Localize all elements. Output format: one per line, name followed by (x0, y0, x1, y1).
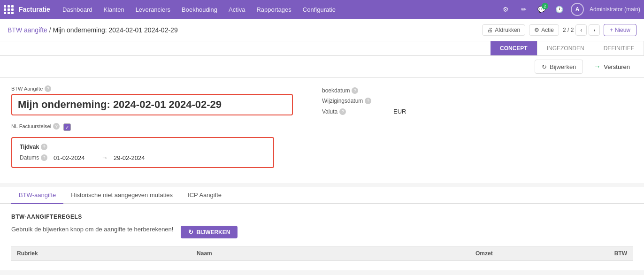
btw-table: Rubriek Naam Omzet BTW (11, 246, 633, 261)
nl-factuurstelsel-row: NL Factuurstelsel ? ✓ (11, 123, 322, 131)
nav-item-klanten[interactable]: Klanten (99, 0, 129, 19)
status-tab-ingezonden[interactable]: INGEZONDEN (537, 41, 594, 55)
datums-label: Datums ? (20, 154, 48, 161)
app-name[interactable]: Facturatie (19, 6, 50, 13)
col-rubriek: Rubriek (11, 246, 191, 261)
refresh-icon: ↻ (542, 63, 547, 70)
nl-factuurstelsel-label: NL Factuurstelsel ? (11, 123, 60, 130)
form-container: BTW Aangifte ? Mijn onderneming: 2024-02… (0, 78, 644, 183)
versturen-button[interactable]: → Versturen (587, 60, 636, 74)
tab-btw-aangifte[interactable]: BTW-aangifte (11, 187, 63, 204)
valuta-value[interactable]: EUR (393, 108, 406, 115)
date-end[interactable]: 29-02-2024 (114, 154, 156, 161)
wijzigingsdatum-row: Wijzigingsdatum ? (322, 98, 633, 104)
date-range-arrow-icon: → (101, 154, 108, 161)
tijdvak-box: Tijdvak ? Datums ? 01-02-2024 → 29-02-20… (11, 137, 274, 168)
status-tab-definitief[interactable]: DEFINITIEF (594, 41, 644, 55)
tab-historische[interactable]: Historische niet aangegeven mutaties (63, 187, 180, 204)
nl-factuurstelsel-checkbox[interactable]: ✓ (63, 123, 71, 131)
section-title: BTW-AANGIFTEREGELS (11, 214, 633, 220)
date-start[interactable]: 01-02-2024 (54, 154, 96, 161)
breadcrumb: BTW aangifte / Mijn onderneming: 2024-02… (8, 26, 178, 34)
gear-icon: ⚙ (534, 27, 539, 33)
valuta-help-icon[interactable]: ? (339, 108, 346, 115)
admin-label: Administrator (main) (590, 6, 640, 13)
chat-badge: 2 (542, 3, 548, 9)
action-bar: ↻ Bijwerken → Versturen (0, 56, 644, 78)
bijwerken-notice: Gebruik de bijwerken knop om de aangifte… (11, 226, 173, 233)
settings-icon[interactable]: ⚙ (498, 2, 514, 17)
nav-item-leveranciers[interactable]: Leveranciers (131, 0, 175, 19)
valuta-label: Valuta ? (322, 108, 388, 115)
tabs-bar: BTW-aangifte Historische niet aangegeven… (0, 187, 644, 204)
valuta-row: Valuta ? EUR (322, 108, 633, 115)
col-btw: BTW (498, 246, 633, 261)
tijdvak-help-icon[interactable]: ? (41, 144, 47, 150)
datums-row: Datums ? 01-02-2024 → 29-02-2024 (20, 154, 266, 161)
pager-prev[interactable]: ‹ (575, 24, 587, 36)
breadcrumb-current: Mijn onderneming: 2024-02-01 2024-02-29 (53, 26, 178, 34)
breadcrumb-parent[interactable]: BTW aangifte (8, 26, 47, 34)
boekdatum-label: boekdatum ? (322, 87, 388, 94)
arrow-right-icon: → (593, 62, 601, 71)
status-tabs: CONCEPT INGEZONDEN DEFINITIEF (0, 41, 644, 56)
refresh-icon-white: ↻ (188, 229, 193, 236)
content-area: BTW-AANGIFTEREGELS Gebruik de bijwerken … (0, 204, 644, 270)
title-field[interactable]: Mijn onderneming: 2024-02-01 2024-02-29 (11, 94, 293, 115)
edit-icon[interactable]: ✏ (516, 2, 531, 17)
chat-icon[interactable]: 💬 2 (534, 2, 549, 17)
col-naam: Naam (191, 246, 339, 261)
print-button[interactable]: 🖨 Afdrukken (482, 24, 525, 36)
pager-next[interactable]: › (589, 24, 600, 36)
wijzigingsdatum-label: Wijzigingsdatum ? (322, 98, 388, 104)
wijzigingsdatum-help-icon[interactable]: ? (365, 98, 371, 104)
boekdatum-help-icon[interactable]: ? (352, 87, 358, 94)
breadcrumb-actions: 🖨 Afdrukken ⚙ Actie 2 / 2 ‹ › + Nieuw (482, 24, 636, 36)
nl-factuurstelsel-help-icon[interactable]: ? (53, 123, 60, 130)
pager: 2 / 2 ‹ › (563, 24, 600, 36)
status-tab-concept[interactable]: CONCEPT (491, 41, 537, 55)
right-fields: boekdatum ? Wijzigingsdatum ? Valuta ? E… (322, 85, 633, 176)
pager-value: 2 / 2 (563, 27, 574, 33)
clock-icon[interactable]: 🕐 (552, 2, 567, 17)
app-grid-icon[interactable] (4, 5, 14, 14)
col-omzet: Omzet (339, 246, 498, 261)
datums-help-icon[interactable]: ? (41, 154, 47, 161)
bijwerken-button[interactable]: ↻ Bijwerken (535, 60, 583, 74)
btw-aangifte-help-icon[interactable]: ? (45, 85, 51, 92)
tab-icp[interactable]: ICP Aangifte (180, 187, 229, 204)
breadcrumb-bar: BTW aangifte / Mijn onderneming: 2024-02… (0, 19, 644, 41)
nav-item-rapportages[interactable]: Rapportages (252, 0, 296, 19)
tijdvak-header: Tijdvak ? (20, 144, 266, 150)
print-icon: 🖨 (487, 27, 493, 33)
nav-item-configuratie[interactable]: Configuratie (298, 0, 340, 19)
breadcrumb-separator: / (49, 26, 53, 34)
boekdatum-row: boekdatum ? (322, 87, 633, 94)
avatar[interactable]: A (570, 2, 585, 17)
bijwerken-purple-button[interactable]: ↻ BIJWERKEN (181, 226, 238, 238)
new-button[interactable]: + Nieuw (604, 24, 636, 36)
nav-item-dashboard[interactable]: Dashboard (58, 0, 97, 19)
top-navigation: Facturatie Dashboard Klanten Leverancier… (0, 0, 644, 19)
nav-item-boekhouding[interactable]: Boekhouding (177, 0, 222, 19)
btw-aangifte-label: BTW Aangifte ? (11, 85, 322, 92)
actie-button[interactable]: ⚙ Actie (529, 24, 559, 36)
nav-item-activa[interactable]: Activa (224, 0, 250, 19)
